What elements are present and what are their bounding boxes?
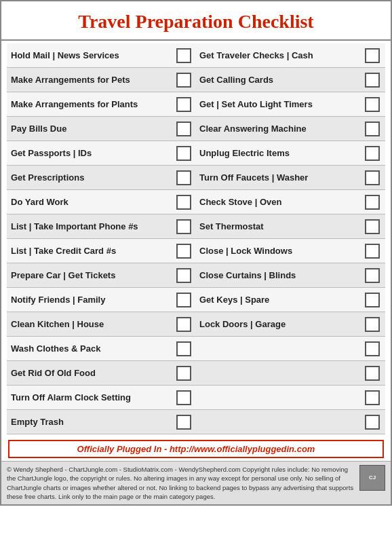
checkbox-right[interactable]: [365, 146, 380, 161]
chart-jungle-logo: CJ: [359, 465, 385, 491]
checkbox-left[interactable]: [176, 244, 191, 259]
checklist-row: Notify Friends | FamilyGet Keys | Spare: [7, 288, 385, 312]
checkbox-right[interactable]: [365, 48, 380, 63]
cell-left: Make Arrangements for Plants: [7, 94, 197, 115]
checklist-row: Get Passports | IDsUnplug Electric Items: [7, 141, 385, 166]
cell-right: Get Keys | Spare: [197, 290, 385, 310]
cell-right: Get | Set Auto Light Timers: [197, 94, 385, 115]
footer-url: Officially Plugged In - http://www.offic…: [8, 440, 384, 458]
checkbox-right[interactable]: [365, 121, 380, 136]
cell-left: List | Take Credit Card #s: [7, 241, 197, 261]
checkbox-left[interactable]: [176, 146, 191, 161]
cell-right: Check Stove | Oven: [197, 192, 385, 212]
checkbox-left[interactable]: [176, 293, 191, 307]
item-label-right: Check Stove | Oven: [199, 197, 365, 207]
checkbox-right[interactable]: [365, 170, 380, 185]
cell-right: Clear Answering Machine: [197, 119, 385, 139]
cell-left: Notify Friends | Family: [7, 290, 197, 310]
item-label-right: Lock Doors | Garage: [199, 319, 365, 329]
checklist-row: Make Arrangements for PlantsGet | Set Au…: [7, 92, 385, 117]
item-label-left: Empty Trash: [11, 417, 174, 427]
item-label-left: Get Rid Of Old Food: [11, 368, 174, 378]
cell-left: Do Yard Work: [7, 192, 197, 212]
copyright-text: © Wendy Shepherd - ChartJungle.com - Stu…: [7, 465, 357, 501]
page-title: Travel Preparation Checklist: [8, 11, 384, 33]
cell-right: Get Traveler Checks | Cash: [197, 45, 385, 66]
cell-right: Get Calling Cards: [197, 70, 385, 90]
checkbox-right[interactable]: [365, 390, 380, 405]
checkbox-right[interactable]: [365, 97, 380, 112]
checkbox-left[interactable]: [176, 268, 191, 283]
checklist-row: Hold Mail | News ServicesGet Traveler Ch…: [7, 43, 385, 68]
checkbox-left[interactable]: [176, 195, 191, 210]
item-label-left: Pay Bills Due: [11, 124, 174, 134]
checkbox-right[interactable]: [365, 341, 380, 356]
cell-right: [197, 388, 385, 408]
cell-right: Set Thermostat: [197, 217, 385, 237]
checkbox-left[interactable]: [176, 170, 191, 185]
checkbox-right[interactable]: [365, 244, 380, 259]
item-label-left: Clean Kitchen | House: [11, 319, 174, 329]
item-label-right: Close Curtains | Blinds: [199, 270, 365, 280]
header: Travel Preparation Checklist: [1, 1, 391, 41]
checkbox-left[interactable]: [176, 366, 191, 381]
checkbox-left[interactable]: [176, 317, 191, 332]
checklist-row: Do Yard WorkCheck Stove | Oven: [7, 190, 385, 214]
cell-left: List | Take Important Phone #s: [7, 217, 197, 237]
item-label-left: Get Prescriptions: [11, 172, 174, 183]
item-label-left: Make Arrangements for Pets: [11, 75, 174, 85]
checkbox-right[interactable]: [365, 73, 380, 88]
checklist-row: List | Take Credit Card #sClose | Lock W…: [7, 239, 385, 263]
checkbox-right[interactable]: [365, 317, 380, 332]
checkbox-left[interactable]: [176, 97, 191, 112]
item-label-left: Hold Mail | News Services: [11, 50, 174, 60]
item-label-left: Prepare Car | Get Tickets: [11, 270, 174, 280]
cell-left: Make Arrangements for Pets: [7, 70, 197, 90]
checklist: Hold Mail | News ServicesGet Traveler Ch…: [1, 41, 391, 437]
item-label-left: Wash Clothes & Pack: [11, 343, 174, 354]
checkbox-right[interactable]: [365, 268, 380, 283]
cell-left: Empty Trash: [7, 412, 197, 432]
item-label-left: Get Passports | IDs: [11, 148, 174, 158]
checkbox-right[interactable]: [365, 366, 380, 381]
item-label-left: Do Yard Work: [11, 197, 174, 207]
cell-left: Turn Off Alarm Clock Setting: [7, 388, 197, 408]
item-label-right: Get Keys | Spare: [199, 295, 365, 305]
cell-right: Turn Off Faucets | Washer: [197, 168, 385, 188]
checklist-row: Wash Clothes & Pack: [7, 337, 385, 361]
checkbox-left[interactable]: [176, 341, 191, 356]
checkbox-left[interactable]: [176, 390, 191, 405]
checkbox-right[interactable]: [365, 219, 380, 234]
checkbox-left[interactable]: [176, 73, 191, 88]
checklist-row: Get Rid Of Old Food: [7, 361, 385, 386]
checkbox-right[interactable]: [365, 415, 380, 430]
footer-logo-area: © Wendy Shepherd - ChartJungle.com - Stu…: [7, 465, 385, 501]
checklist-row: Empty Trash: [7, 410, 385, 434]
checkbox-left[interactable]: [176, 48, 191, 63]
checklist-row: Get PrescriptionsTurn Off Faucets | Wash…: [7, 166, 385, 190]
footer-copyright: © Wendy Shepherd - ChartJungle.com - Stu…: [1, 461, 391, 504]
item-label-left: Notify Friends | Family: [11, 295, 174, 305]
checkbox-right[interactable]: [365, 293, 380, 307]
item-label-right: Turn Off Faucets | Washer: [199, 172, 365, 183]
item-label-right: Close | Lock Windows: [199, 246, 365, 256]
cell-right: Unplug Electric Items: [197, 143, 385, 164]
checklist-row: Pay Bills DueClear Answering Machine: [7, 117, 385, 141]
cell-right: Close | Lock Windows: [197, 241, 385, 261]
cell-left: Prepare Car | Get Tickets: [7, 265, 197, 286]
checklist-row: List | Take Important Phone #sSet Thermo…: [7, 214, 385, 239]
cell-left: Get Prescriptions: [7, 168, 197, 188]
cell-right: [197, 412, 385, 432]
cell-left: Pay Bills Due: [7, 119, 197, 139]
item-label-left: Turn Off Alarm Clock Setting: [11, 392, 174, 402]
checkbox-left[interactable]: [176, 415, 191, 430]
checkbox-left[interactable]: [176, 121, 191, 136]
cell-right: Close Curtains | Blinds: [197, 265, 385, 286]
checkbox-left[interactable]: [176, 219, 191, 234]
item-label-right: Set Thermostat: [199, 221, 365, 231]
item-label-right: Get Traveler Checks | Cash: [199, 50, 365, 60]
item-label-right: Unplug Electric Items: [199, 148, 365, 158]
checklist-row: Make Arrangements for PetsGet Calling Ca…: [7, 68, 385, 92]
checkbox-right[interactable]: [365, 195, 380, 210]
cell-left: Hold Mail | News Services: [7, 45, 197, 66]
